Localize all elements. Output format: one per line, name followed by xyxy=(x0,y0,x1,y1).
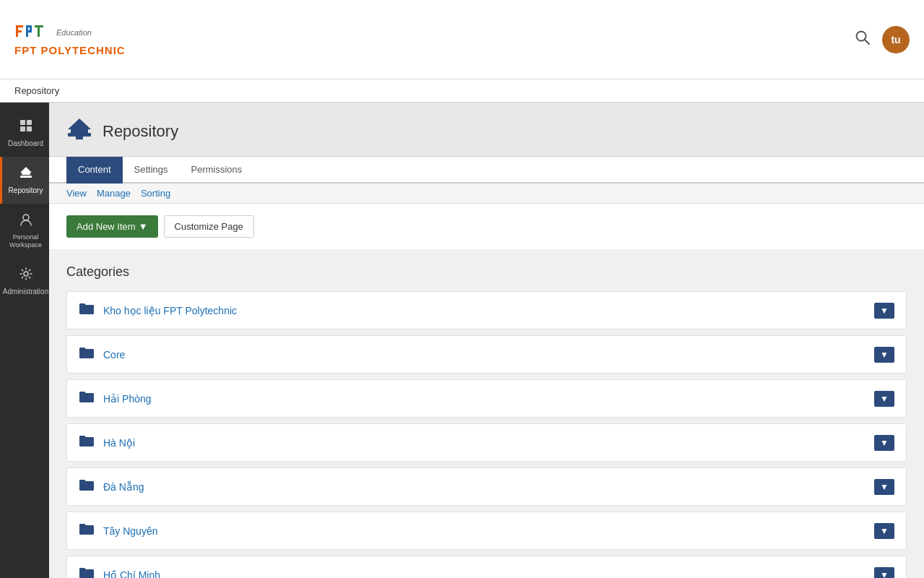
category-action-button[interactable]: ▼ xyxy=(874,479,894,495)
category-action-button[interactable]: ▼ xyxy=(874,347,894,363)
categories-section: Categories Kho học liệu FPT Polytechnic … xyxy=(49,250,924,578)
action-dropdown-icon: ▼ xyxy=(880,394,889,404)
customize-page-button[interactable]: Customize Page xyxy=(164,215,254,238)
category-left: Tây Nguyên xyxy=(79,522,157,539)
sub-nav-sorting[interactable]: Sorting xyxy=(141,188,170,199)
action-dropdown-icon: ▼ xyxy=(880,350,889,360)
tab-permissions[interactable]: Permissions xyxy=(180,157,254,184)
categories-title: Categories xyxy=(66,264,907,280)
tab-bar: Content Settings Permissions xyxy=(49,157,924,184)
content-area: Repository Content Settings Permissions … xyxy=(49,103,924,578)
folder-icon xyxy=(79,390,95,407)
sub-nav-view[interactable]: View xyxy=(66,188,87,199)
category-row: Đà Nẵng ▼ xyxy=(66,467,907,506)
add-new-item-button[interactable]: Add New Item ▼ xyxy=(66,215,158,238)
nav-bar: Repository xyxy=(0,79,924,103)
category-row: Tây Nguyên ▼ xyxy=(66,512,907,550)
folder-icon xyxy=(79,522,95,539)
folder-icon xyxy=(79,434,95,451)
svg-point-18 xyxy=(23,215,29,220)
svg-rect-15 xyxy=(20,176,32,178)
category-action-button[interactable]: ▼ xyxy=(874,523,894,539)
category-name[interactable]: Tây Nguyên xyxy=(103,525,157,537)
sidebar-item-repository[interactable]: Repository xyxy=(0,157,49,204)
category-left: Hải Phòng xyxy=(79,390,152,407)
svg-rect-21 xyxy=(71,129,88,133)
svg-rect-12 xyxy=(27,120,32,125)
svg-rect-8 xyxy=(38,25,40,37)
toolbar: Add New Item ▼ Customize Page xyxy=(49,204,924,250)
action-dropdown-icon: ▼ xyxy=(880,526,889,536)
sub-nav-manage[interactable]: Manage xyxy=(97,188,131,199)
folder-icon xyxy=(79,346,95,363)
logo-badge: Education xyxy=(14,22,92,43)
header-right: tu xyxy=(855,26,910,53)
logo-area: Education FPT POLYTECHNIC xyxy=(14,22,126,56)
breadcrumb-repository[interactable]: Repository xyxy=(14,85,59,96)
svg-marker-22 xyxy=(68,118,91,129)
category-left: Hà Nội xyxy=(79,434,135,451)
category-name[interactable]: Đà Nẵng xyxy=(103,481,144,493)
category-action-button[interactable]: ▼ xyxy=(874,391,894,407)
category-action-button[interactable]: ▼ xyxy=(874,435,894,451)
action-dropdown-icon: ▼ xyxy=(880,482,889,492)
repository-icon xyxy=(19,165,33,184)
folder-icon xyxy=(79,566,95,578)
svg-rect-16 xyxy=(22,173,30,175)
action-dropdown-icon: ▼ xyxy=(880,306,889,316)
category-row: Hà Nội ▼ xyxy=(66,423,907,462)
sidebar-administration-label: Administration xyxy=(3,288,48,296)
category-name[interactable]: Core xyxy=(103,349,125,361)
dropdown-arrow-icon: ▼ xyxy=(139,221,148,232)
svg-rect-14 xyxy=(27,126,32,131)
svg-rect-11 xyxy=(20,120,25,125)
category-name[interactable]: Hà Nội xyxy=(103,437,135,449)
dashboard-icon xyxy=(19,118,33,137)
fpt-logo xyxy=(14,22,52,43)
category-row: Hải Phòng ▼ xyxy=(66,379,907,418)
svg-rect-1 xyxy=(16,25,23,27)
sidebar-item-personal-workspace[interactable]: Personal Workspace xyxy=(0,204,49,258)
category-left: Hồ Chí Minh xyxy=(79,566,160,578)
top-header: Education FPT POLYTECHNIC tu xyxy=(0,0,924,79)
sidebar-item-dashboard[interactable]: Dashboard xyxy=(0,110,49,157)
user-avatar[interactable]: tu xyxy=(882,26,910,53)
category-row: Core ▼ xyxy=(66,335,907,374)
page-title: Repository xyxy=(103,122,178,141)
category-action-button[interactable]: ▼ xyxy=(874,567,894,579)
sub-nav: View Manage Sorting xyxy=(49,184,924,204)
page-header-icon xyxy=(66,116,92,147)
category-action-button[interactable]: ▼ xyxy=(874,303,894,319)
svg-line-10 xyxy=(865,40,869,44)
category-name[interactable]: Hải Phòng xyxy=(103,393,152,405)
action-dropdown-icon: ▼ xyxy=(880,570,889,579)
svg-rect-6 xyxy=(30,25,32,33)
category-row: Kho học liệu FPT Polytechnic ▼ xyxy=(66,291,907,329)
category-left: Kho học liệu FPT Polytechnic xyxy=(79,302,237,319)
svg-rect-2 xyxy=(16,30,22,33)
tab-settings[interactable]: Settings xyxy=(123,157,180,184)
page-header: Repository xyxy=(49,103,924,157)
sidebar-repository-label: Repository xyxy=(9,186,43,195)
personal-workspace-icon xyxy=(19,212,33,230)
administration-icon xyxy=(19,267,33,285)
svg-marker-17 xyxy=(20,167,32,173)
category-left: Đà Nẵng xyxy=(79,478,144,495)
search-button[interactable] xyxy=(855,30,871,49)
sidebar-item-administration[interactable]: Administration xyxy=(0,258,49,305)
svg-rect-23 xyxy=(76,133,83,139)
action-dropdown-icon: ▼ xyxy=(880,438,889,448)
tab-content[interactable]: Content xyxy=(66,157,123,184)
logo-education-text: Education xyxy=(56,28,92,37)
sidebar-personal-workspace-label: Personal Workspace xyxy=(9,233,42,249)
category-name[interactable]: Hồ Chí Minh xyxy=(103,569,160,579)
category-row: Hồ Chí Minh ▼ xyxy=(66,556,907,578)
svg-rect-13 xyxy=(20,126,25,131)
main-layout: Dashboard Repository Personal Workspace xyxy=(0,103,924,578)
folder-icon xyxy=(79,302,95,319)
folder-icon xyxy=(79,478,95,495)
category-left: Core xyxy=(79,346,125,363)
logo-tagline: FPT POLYTECHNIC xyxy=(14,44,126,56)
sidebar-dashboard-label: Dashboard xyxy=(8,139,43,148)
category-name[interactable]: Kho học liệu FPT Polytechnic xyxy=(103,305,237,316)
